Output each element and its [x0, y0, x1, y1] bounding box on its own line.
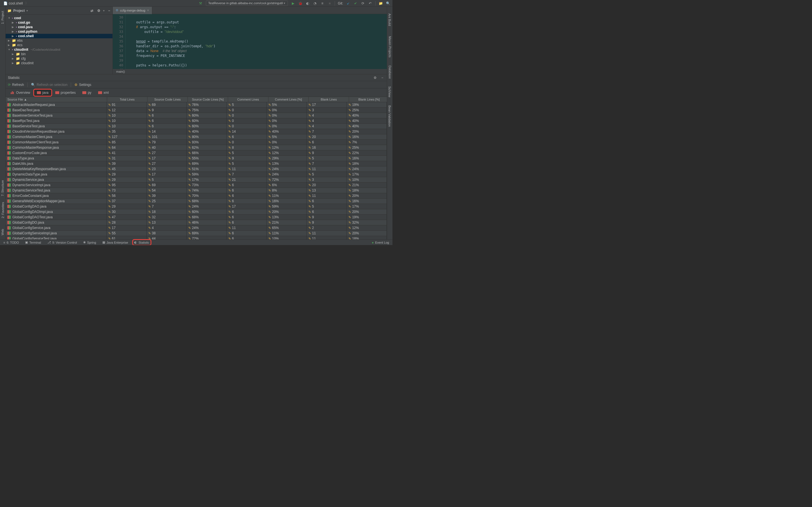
javaee-tool-button[interactable]: ▦ Java Enterprise: [101, 240, 129, 245]
profile-icon[interactable]: ◔: [313, 1, 317, 6]
spring-tool-button[interactable]: ❀ Spring: [82, 240, 97, 245]
bottom-tool-window-bar: ≡ 6: TODO ▣ Terminal ⎇ 9: Version Contro…: [0, 239, 393, 245]
structure-tool-button[interactable]: 7: Structure: [1, 180, 4, 196]
ant-build-tool-button[interactable]: Ant Build: [388, 13, 392, 26]
project-tool-button[interactable]: 1: Project: [1, 11, 4, 24]
refresh-button[interactable]: ⟳Refresh: [8, 83, 24, 87]
tree-item[interactable]: ▼▪cool: [6, 16, 112, 20]
table-row[interactable]: AbstractMasterRequest.java✎91✎69✎76%✎5✎5…: [6, 102, 387, 108]
table-row[interactable]: GlobalConfigServiceTest.java✎61✎44✎72%✎6…: [6, 236, 387, 239]
gear-icon[interactable]: ⚙: [373, 75, 377, 80]
tree-item[interactable]: ▶▪cool.go: [6, 20, 112, 25]
git-update-icon[interactable]: ↙: [346, 1, 350, 6]
concurrency-icon[interactable]: ≡: [320, 1, 324, 6]
table-row[interactable]: GlobalConfigDAO.java✎29✎7✎24%✎17✎59%✎5✎1…: [6, 204, 387, 209]
run-configuration-selector[interactable]: TestReverse in gitlab.alibaba-inc.com/co…: [206, 1, 288, 6]
table-row[interactable]: DynamicServiceTest.java✎73✎54✎74%✎6✎8%✎1…: [6, 188, 387, 193]
terminal-tool-button[interactable]: ▣ Terminal: [24, 240, 42, 245]
table-row[interactable]: BaseInnerServiceTest.java✎10✎6✎60%✎0✎0%✎…: [6, 113, 387, 118]
breadcrumb-file: cool.shell: [9, 1, 23, 5]
hammer-icon[interactable]: ⚒: [199, 1, 203, 6]
tree-item[interactable]: ▶📁cloudinit: [6, 61, 112, 65]
event-log-tool-button[interactable]: ● Event Log: [371, 240, 390, 245]
vcs-tool-button[interactable]: ⎇ 9: Version Control: [46, 240, 78, 245]
git-commit-icon[interactable]: ✔: [353, 1, 358, 6]
debug-icon[interactable]: 🐞: [298, 1, 303, 6]
stat-tab-overview[interactable]: Overview: [8, 90, 33, 96]
table-row[interactable]: CommonMasterClientTest.java✎85✎79✎93%✎0✎…: [6, 140, 387, 145]
table-row[interactable]: DynamicServiceImpl.java✎95✎69✎73%✎6✎6%✎2…: [6, 182, 387, 188]
hide-icon[interactable]: −: [380, 75, 385, 80]
table-row[interactable]: BaseDaoTest.java✎12✎9✎75%✎0✎0%✎3✎25%: [6, 108, 387, 113]
close-tab-icon[interactable]: ×: [147, 8, 149, 12]
column-header[interactable]: Blank Lines: [309, 97, 349, 102]
table-row[interactable]: GlobalConfigServiceImpl.java✎55✎38✎69%✎6…: [6, 231, 387, 236]
table-row[interactable]: CommonMasterClient.java✎127✎101✎80%✎6✎5%…: [6, 134, 387, 140]
column-header[interactable]: Comment Lines [%]: [268, 97, 309, 102]
tree-item[interactable]: ▶📁ebs: [6, 38, 112, 43]
coverage-icon[interactable]: ◐: [305, 1, 310, 6]
git-revert-icon[interactable]: ↶: [368, 1, 372, 6]
table-row[interactable]: DateUtils.java✎39✎27✎69%✎5✎13%✎7✎18%: [6, 161, 387, 166]
table-row[interactable]: GlobalConfigService.java✎17✎4✎24%✎11✎65%…: [6, 225, 387, 231]
tree-item[interactable]: ▶📁bin: [6, 52, 112, 56]
bean-validation-tool-button[interactable]: Bean Validation: [388, 105, 392, 127]
editor-breadcrumb[interactable]: main(): [113, 69, 387, 74]
table-row[interactable]: GlobalConfigDAOImpl.java✎30✎18✎60%✎6✎20%…: [6, 209, 387, 215]
hide-icon[interactable]: −: [107, 8, 111, 13]
statistic-table[interactable]: Source File ▲Total LinesSource Code Line…: [6, 97, 387, 239]
table-row[interactable]: CloudinitVersionRequestBean.java✎35✎14✎4…: [6, 129, 387, 134]
table-row[interactable]: DataType.java✎31✎17✎55%✎9✎29%✎5✎16%: [6, 156, 387, 161]
tree-item[interactable]: ▼▪cloudinit~/Code/work/cloudinit: [6, 47, 112, 52]
settings-button[interactable]: ⚙Settings: [74, 83, 91, 87]
code-editor[interactable]: outfile = args.output if args.output == …: [126, 14, 387, 69]
tree-item[interactable]: ▶📁ecs: [6, 43, 112, 47]
table-row[interactable]: DeleteMetaKeyResponseBean.java✎45✎23✎51%…: [6, 166, 387, 172]
table-row[interactable]: DynamicService.java✎29✎5✎17%✎21✎72%✎3✎10…: [6, 177, 387, 182]
stat-tab-properties[interactable]: properties: [52, 90, 79, 96]
stat-tab-xml[interactable]: xml: [95, 90, 112, 96]
table-row[interactable]: BaseServiceTest.java✎10✎6✎60%✎0✎0%✎4✎40%: [6, 124, 387, 129]
editor-tab[interactable]: ⚙ ccfg-merge-debug ×: [113, 7, 152, 14]
stat-tab-py[interactable]: py: [80, 90, 94, 96]
refresh-on-selection-button[interactable]: 🔍Refresh on selection: [31, 83, 67, 87]
run-icon[interactable]: ▶: [291, 1, 295, 6]
column-header[interactable]: Source Code Lines: [147, 97, 188, 102]
table-row[interactable]: BaseRpcTest.java✎10✎6✎60%✎0✎0%✎4✎40%: [6, 118, 387, 124]
tree-item[interactable]: ▶▪cool.python: [6, 29, 112, 34]
sciview-tool-button[interactable]: SciView: [388, 87, 392, 98]
project-tree[interactable]: ▼▪cool▶▪cool.go▶▪cool.java▶▪cool.python▶…: [6, 15, 112, 74]
table-row[interactable]: CustomErrorCode.java✎41✎27✎66%✎5✎12%✎9✎2…: [6, 151, 387, 156]
table-row[interactable]: ErrorCodeConstant.java✎56✎39✎70%✎6✎11%✎1…: [6, 193, 387, 199]
column-header[interactable]: Comment Lines: [228, 97, 268, 102]
gear-icon[interactable]: ⚙: [96, 8, 101, 13]
favorites-tool-button[interactable]: 2: Favorites: [1, 202, 4, 218]
column-header[interactable]: Total Lines: [107, 97, 147, 102]
table-header-row[interactable]: Source File ▲Total LinesSource Code Line…: [6, 97, 387, 102]
web-tool-button[interactable]: Web: [1, 229, 4, 235]
stop-icon[interactable]: ■: [327, 1, 332, 6]
collapse-icon[interactable]: ⇄: [90, 8, 94, 13]
todo-tool-button[interactable]: ≡ 6: TODO: [2, 240, 20, 245]
statistic-tool-button[interactable]: ◐ Statistic: [133, 240, 151, 245]
tree-item[interactable]: ▶▪cool.java: [6, 25, 112, 29]
maven-tool-button[interactable]: Maven Projects: [388, 36, 392, 57]
tree-item[interactable]: ▶📁cfg: [6, 56, 112, 61]
open-file-icon[interactable]: 📁: [378, 1, 383, 6]
table-row[interactable]: DynamicDataType.java✎29✎17✎59%✎7✎24%✎5✎1…: [6, 172, 387, 177]
statistic-tool-window: Statistic ⚙ − ⟳Refresh 🔍Refresh on selec…: [6, 74, 387, 239]
table-row[interactable]: GlobalConfigDO.java✎28✎13✎46%✎6✎21%✎9✎32…: [6, 220, 387, 225]
search-icon[interactable]: 🔍: [386, 1, 390, 6]
table-row[interactable]: GlobalConfigDAOTest.java✎47✎32✎68%✎6✎13%…: [6, 215, 387, 220]
table-row[interactable]: GeneralWebExceptionMapper.java✎37✎25✎68%…: [6, 199, 387, 204]
column-header[interactable]: Blank Lines [%]: [349, 97, 387, 102]
table-row[interactable]: CommonMasterResponse.java✎64✎40✎62%✎8✎12…: [6, 145, 387, 151]
database-tool-button[interactable]: Database: [388, 65, 392, 78]
git-label: Git:: [338, 1, 343, 5]
stat-tab-java[interactable]: java: [34, 90, 51, 96]
breadcrumb[interactable]: 📄 cool.shell 〉: [2, 1, 30, 6]
column-header[interactable]: Source File ▲: [6, 97, 107, 102]
column-header[interactable]: Source Code Lines [%]: [188, 97, 228, 102]
tree-item[interactable]: ▶▪cool.shell: [6, 34, 112, 38]
git-history-icon[interactable]: ⟳: [361, 1, 365, 6]
